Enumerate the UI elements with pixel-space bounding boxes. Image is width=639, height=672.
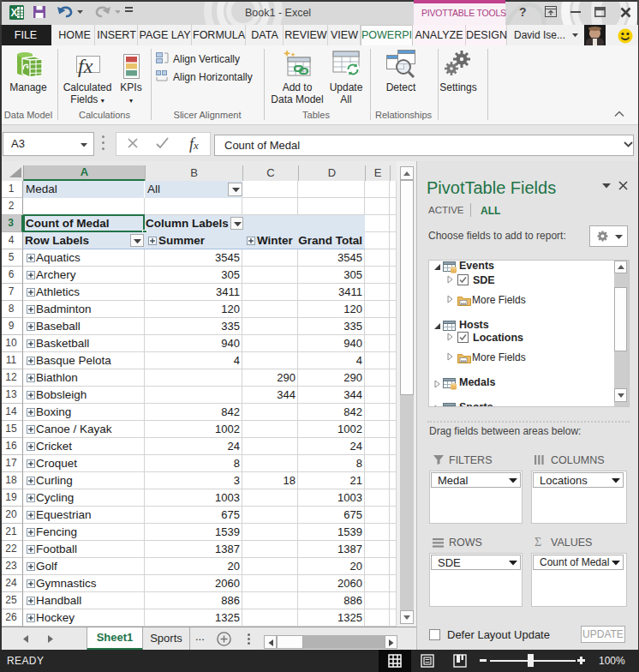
svg-text:fx: fx — [78, 55, 93, 77]
